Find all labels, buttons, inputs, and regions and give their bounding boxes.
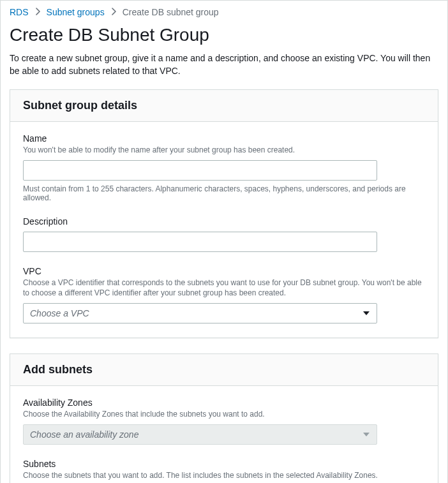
availability-zone-select-placeholder: Choose an availability zone xyxy=(30,429,138,440)
hint-name: You won't be able to modify the name aft… xyxy=(23,145,425,155)
label-availability-zones: Availability Zones xyxy=(23,398,425,408)
name-input[interactable] xyxy=(23,160,377,181)
panel-add-subnets: Add subnets Availability Zones Choose th… xyxy=(10,353,438,483)
label-description: Description xyxy=(23,216,425,227)
constraint-name: Must contain from 1 to 255 characters. A… xyxy=(23,184,425,202)
description-input[interactable] xyxy=(23,232,377,252)
panel-subnet-group-details: Subnet group details Name You won't be a… xyxy=(10,89,438,339)
hint-availability-zones: Choose the Availability Zones that inclu… xyxy=(23,409,425,419)
breadcrumb-link-subnet-groups[interactable]: Subnet groups xyxy=(47,7,105,17)
hint-subnets: Choose the subnets that you want to add.… xyxy=(23,470,425,480)
panel-header: Add subnets xyxy=(10,354,438,386)
label-subnets: Subnets xyxy=(23,459,425,469)
page-title: Create DB Subnet Group xyxy=(10,25,438,45)
field-availability-zones: Availability Zones Choose the Availabili… xyxy=(23,398,425,445)
page-description: To create a new subnet group, give it a … xyxy=(10,52,438,78)
panel-title: Add subnets xyxy=(23,363,425,376)
field-subnets: Subnets Choose the subnets that you want… xyxy=(23,459,425,483)
chevron-right-icon xyxy=(111,7,116,17)
label-name: Name xyxy=(23,133,425,144)
breadcrumb-link-rds[interactable]: RDS xyxy=(10,7,29,17)
panel-title: Subnet group details xyxy=(23,99,425,112)
field-vpc: VPC Choose a VPC identifier that corresp… xyxy=(23,266,425,323)
vpc-select[interactable]: Choose a VPC xyxy=(23,303,377,323)
caret-down-icon xyxy=(363,433,370,436)
field-description: Description xyxy=(23,216,425,252)
hint-vpc: Choose a VPC identifier that corresponds… xyxy=(23,278,425,298)
availability-zone-select[interactable]: Choose an availability zone xyxy=(23,424,377,445)
label-vpc: VPC xyxy=(23,266,425,276)
chevron-right-icon xyxy=(35,7,40,17)
panel-header: Subnet group details xyxy=(10,90,438,122)
breadcrumb-current: Create DB subnet group xyxy=(123,7,219,17)
caret-down-icon xyxy=(363,311,370,315)
breadcrumb: RDS Subnet groups Create DB subnet group xyxy=(10,6,438,21)
field-name: Name You won't be able to modify the nam… xyxy=(23,133,425,202)
vpc-select-placeholder: Choose a VPC xyxy=(30,308,89,318)
